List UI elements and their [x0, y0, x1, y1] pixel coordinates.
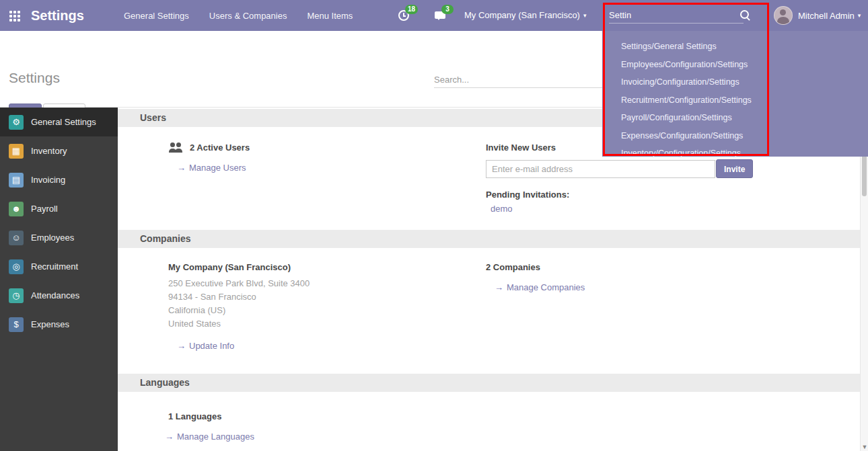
- search-result-item[interactable]: Invoicing/Configuration/Settings: [602, 73, 868, 91]
- avatar: [774, 6, 793, 25]
- invite-email-input[interactable]: [486, 160, 715, 178]
- chevron-down-icon: ▾: [583, 12, 587, 19]
- active-users-label: 2 Active Users: [190, 142, 250, 153]
- page-title: Settings: [9, 70, 60, 86]
- record-search-input[interactable]: [434, 71, 602, 88]
- pending-user-link[interactable]: demo: [491, 204, 513, 214]
- company-address: 250 Executive Park Blvd, Suite 3400 9413…: [168, 277, 486, 331]
- search-result-item[interactable]: Payroll/Configuration/Settings: [602, 109, 868, 127]
- user-name-label: Mitchell Admin: [798, 11, 855, 21]
- sidebar-item[interactable]: ◷ Attendances: [0, 281, 118, 310]
- manage-companies-link[interactable]: → Manage Companies: [495, 282, 585, 292]
- sidebar-item-label: Employees: [31, 233, 74, 243]
- nav-menu-item[interactable]: Menu Items: [307, 11, 353, 21]
- chevron-down-icon: ▾: [858, 12, 861, 19]
- payroll-icon: ☻: [9, 202, 24, 216]
- expenses-icon: $: [9, 317, 24, 332]
- companies-section: My Company (San Francisco) 250 Executive…: [118, 262, 860, 351]
- arrow-right-icon: →: [495, 282, 503, 292]
- company-address-line: 250 Executive Park Blvd, Suite 3400: [168, 277, 486, 290]
- settings-sidebar: ⚙ General Settings ▦ Inventory ▤ Invoici…: [0, 108, 118, 451]
- sidebar-item-label: Payroll: [31, 204, 58, 214]
- apps-menu-icon[interactable]: [9, 11, 20, 22]
- gear-icon: ⚙: [9, 115, 24, 130]
- languages-section: 1 Languages → Manage Languages: [118, 411, 860, 442]
- company-address-line: United States: [168, 317, 486, 331]
- sidebar-item-label: Attendances: [31, 290, 79, 300]
- arrow-right-icon: →: [165, 432, 174, 442]
- manage-users-link[interactable]: → Manage Users: [177, 163, 246, 173]
- sidebar-item-label: Recruitment: [31, 261, 78, 272]
- company-address-line: California (US): [168, 304, 486, 317]
- sidebar-item-label: General Settings: [31, 117, 96, 127]
- pending-invitations-label: Pending Invitations:: [486, 190, 860, 200]
- recruitment-icon: ◎: [9, 259, 24, 274]
- nav-menu: General Settings Users & Companies Menu …: [124, 0, 353, 31]
- search-result-item[interactable]: Expenses/Configuration/Settings: [602, 127, 868, 145]
- sidebar-item-label: Invoicing: [31, 175, 65, 185]
- company-switcher-label: My Company (San Francisco): [464, 10, 580, 20]
- user-menu[interactable]: Mitchell Admin▾: [774, 0, 861, 31]
- manage-languages-link[interactable]: → Manage Languages: [165, 432, 254, 442]
- sidebar-item-label: Expenses: [31, 319, 69, 329]
- company-address-line: 94134 - San Francisco: [168, 290, 486, 304]
- sidebar-item[interactable]: ◎ Recruitment: [0, 252, 118, 281]
- search-result-item[interactable]: Employees/Configuration/Settings: [602, 56, 868, 74]
- companies-count-title: 2 Companies: [486, 262, 860, 272]
- company-switcher[interactable]: My Company (San Francisco)▾: [464, 0, 586, 31]
- languages-count-title: 1 Languages: [168, 411, 486, 421]
- activity-count-badge: 18: [405, 5, 418, 14]
- sidebar-item-label: Inventory: [31, 146, 67, 156]
- invoicing-icon: ▤: [9, 173, 24, 188]
- scroll-down-arrow-icon[interactable]: ▼: [861, 444, 868, 450]
- sidebar-item[interactable]: ▦ Inventory: [0, 136, 118, 165]
- section-header-companies: Companies: [118, 230, 860, 248]
- sidebar-item[interactable]: $ Expenses: [0, 310, 118, 339]
- message-count-badge: 3: [441, 5, 454, 14]
- company-name-title: My Company (San Francisco): [168, 262, 486, 272]
- app-title: Settings: [31, 0, 84, 31]
- search-result-item[interactable]: Recruitment/Configuration/Settings: [602, 91, 868, 110]
- nav-menu-item[interactable]: Users & Companies: [209, 11, 287, 21]
- users-group-icon: [168, 142, 184, 153]
- sidebar-item[interactable]: ⚙ General Settings: [0, 108, 118, 136]
- active-users-title: 2 Active Users: [168, 142, 486, 153]
- search-icon[interactable]: [740, 10, 749, 19]
- sidebar-item[interactable]: ▤ Invoicing: [0, 165, 118, 194]
- search-result-item[interactable]: Settings/General Settings: [602, 38, 868, 56]
- arrow-right-icon: →: [177, 163, 186, 173]
- menu-search-input[interactable]: [609, 7, 744, 24]
- sidebar-item[interactable]: ☺ Employees: [0, 223, 118, 252]
- update-info-link[interactable]: → Update Info: [177, 341, 234, 351]
- sidebar-item[interactable]: ☻ Payroll: [0, 194, 118, 223]
- menu-search-dropdown: Settings/General Settings Employees/Conf…: [602, 31, 868, 157]
- nav-menu-item[interactable]: General Settings: [124, 11, 189, 21]
- attendances-icon: ◷: [9, 288, 24, 303]
- inventory-icon: ▦: [9, 144, 24, 159]
- section-header-languages: Languages: [118, 374, 860, 392]
- employees-icon: ☺: [9, 231, 24, 245]
- search-result-item[interactable]: Inventory/Configuration/Settings: [602, 145, 868, 163]
- menu-search-results: Settings/General Settings Employees/Conf…: [602, 31, 868, 163]
- arrow-right-icon: →: [177, 341, 186, 351]
